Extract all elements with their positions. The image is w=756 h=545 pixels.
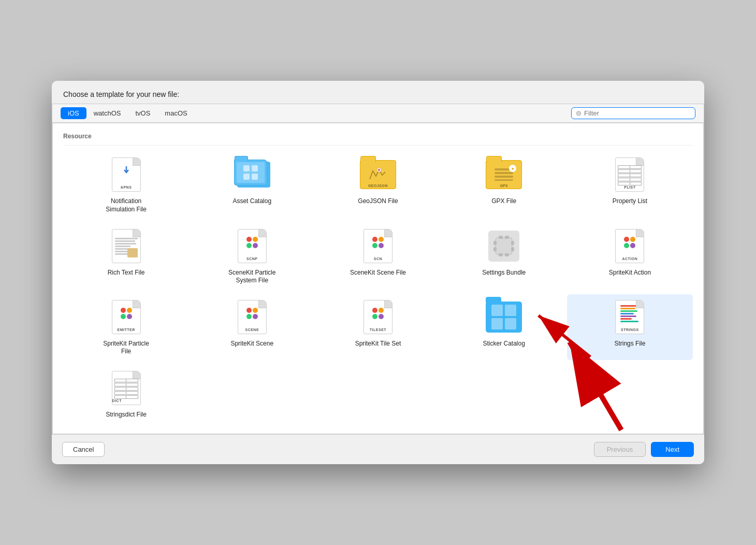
svg-rect-1: [243, 165, 250, 171]
item-label: SpriteKit Particle File: [98, 340, 155, 356]
item-label: Property List: [613, 197, 647, 206]
item-label: Sticker Catalog: [483, 340, 525, 348]
svg-rect-11: [493, 247, 497, 251]
svg-rect-14: [499, 253, 503, 256]
svg-rect-13: [511, 247, 514, 251]
button-group: Previous Next: [594, 442, 694, 457]
svg-rect-8: [499, 236, 503, 239]
gpx-icon: ● GPX: [485, 156, 522, 193]
sticker-catalog-icon: [485, 298, 522, 336]
list-item[interactable]: EMITTER SpriteKit Particle File: [63, 294, 189, 360]
next-button[interactable]: Next: [651, 442, 694, 457]
plist-icon: PLIST: [611, 156, 648, 193]
item-label: Rich Text File: [108, 269, 145, 277]
list-item[interactable]: STRINGS Strings File: [567, 294, 693, 360]
rtf-icon: [108, 227, 145, 265]
list-item[interactable]: ACTION SpriteKit Action: [567, 223, 693, 289]
strings-icon: STRINGS: [611, 298, 648, 336]
item-label: GeoJSON File: [358, 197, 398, 206]
list-item[interactable]: APNS Notification Simulation File: [63, 152, 189, 218]
item-label: Settings Bundle: [482, 269, 526, 277]
svg-rect-7: [496, 238, 512, 254]
tab-tvos[interactable]: tvOS: [128, 107, 157, 119]
svg-rect-2: [252, 165, 258, 171]
previous-button[interactable]: Previous: [594, 442, 646, 457]
item-label: SpriteKit Scene: [230, 340, 273, 348]
tab-watchos[interactable]: watchOS: [86, 107, 128, 119]
list-item[interactable]: SCN SceneKit Scene File: [315, 223, 441, 289]
list-item[interactable]: SCENE SpriteKit Scene: [189, 294, 315, 360]
scene-icon: SCENE: [234, 298, 271, 336]
item-label: SceneKit Particle System File: [224, 269, 281, 285]
geojson-icon: GEOJSON: [359, 156, 397, 193]
item-label: Asset Catalog: [232, 197, 271, 206]
items-grid: APNS Notification Simulation File: [63, 152, 693, 423]
tab-macos[interactable]: macOS: [157, 107, 194, 119]
svg-point-6: [378, 169, 380, 171]
list-item[interactable]: Asset Catalog: [189, 152, 315, 218]
svg-rect-10: [493, 241, 497, 245]
action-icon: ACTION: [611, 227, 648, 265]
list-item[interactable]: Settings Bundle: [441, 223, 567, 289]
item-label: GPX File: [491, 197, 516, 206]
emitter-icon: EMITTER: [108, 298, 145, 336]
list-item[interactable]: DICT Stringsdict File: [63, 365, 189, 423]
list-item[interactable]: PLIST Property List: [567, 152, 693, 218]
item-label: Notification Simulation File: [98, 197, 155, 213]
filter-container: ⊜: [571, 107, 695, 119]
list-item[interactable]: Rich Text File: [63, 223, 189, 289]
item-label: SpriteKit Tile Set: [355, 340, 401, 348]
svg-rect-3: [243, 174, 250, 180]
item-label: Stringsdict File: [106, 411, 147, 419]
item-label: Strings File: [614, 340, 645, 348]
filter-input[interactable]: [584, 109, 691, 117]
svg-rect-15: [505, 253, 509, 256]
content-area: Resource APNS Notification Simulation: [52, 123, 704, 434]
svg-rect-4: [252, 174, 258, 180]
list-item[interactable]: GEOJSON GeoJSON File: [315, 152, 441, 218]
list-item[interactable]: Sticker Catalog: [441, 294, 567, 360]
dict-icon: DICT: [108, 369, 145, 407]
svg-rect-9: [505, 236, 509, 239]
list-item[interactable]: SCNP SceneKit Particle System File: [189, 223, 315, 289]
svg-rect-12: [511, 241, 514, 245]
toolbar: iOS watchOS tvOS macOS ⊜: [52, 104, 704, 123]
tab-ios[interactable]: iOS: [61, 107, 86, 119]
apns-icon: APNS: [108, 156, 145, 193]
settings-icon: [485, 227, 522, 265]
section-header: Resource: [63, 128, 693, 146]
cancel-button[interactable]: Cancel: [62, 442, 105, 457]
scnp-icon: SCNP: [234, 227, 271, 265]
item-label: SceneKit Scene File: [350, 269, 406, 277]
template-dialog: Choose a template for your new file: iOS…: [52, 81, 704, 464]
asset-catalog-icon: [234, 156, 271, 193]
dialog-title: Choose a template for your new file:: [52, 81, 704, 104]
list-item[interactable]: TILESET SpriteKit Tile Set: [315, 294, 441, 360]
filter-icon: ⊜: [576, 109, 581, 117]
list-item[interactable]: ● GPX GPX File: [441, 152, 567, 218]
item-label: SpriteKit Action: [609, 269, 651, 277]
scn-icon: SCN: [359, 227, 397, 265]
tileset-icon: TILESET: [359, 298, 397, 336]
dialog-footer: Cancel Previous Next: [52, 435, 704, 464]
